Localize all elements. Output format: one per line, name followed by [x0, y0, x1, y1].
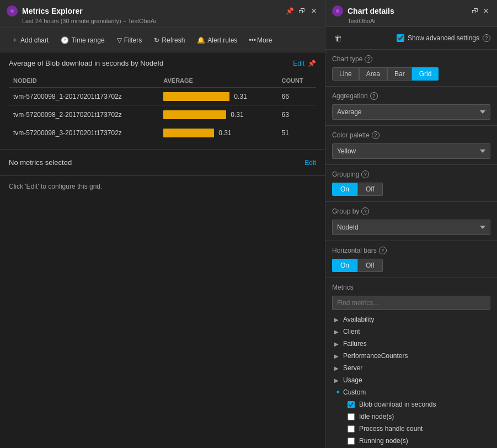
- chart-type-area-button[interactable]: Area: [359, 67, 387, 81]
- horizontal-bars-off-button[interactable]: Off: [357, 259, 383, 272]
- color-palette-select[interactable]: YellowBlueGreenRed: [332, 143, 490, 159]
- col-count[interactable]: COUNT: [277, 74, 316, 88]
- alert-rules-label: Alert rules: [207, 36, 237, 44]
- add-chart-button[interactable]: ＋ Add chart: [7, 33, 54, 47]
- chart-type-buttons: LineAreaBarGrid: [332, 67, 490, 81]
- grouping-on-button[interactable]: On: [332, 183, 357, 196]
- group-by-label: Group by ?: [332, 207, 490, 215]
- add-chart-label: Add chart: [20, 36, 49, 44]
- alert-rules-button[interactable]: 🔔 Alert rules: [192, 34, 242, 47]
- ellipsis-icon: •••: [249, 36, 256, 44]
- metric-label-running-node-s-: Running node(s): [359, 437, 408, 445]
- horizontal-bars-on-button[interactable]: On: [332, 259, 357, 272]
- color-palette-info-icon[interactable]: ?: [372, 131, 380, 139]
- chart-type-grid-button[interactable]: Grid: [412, 67, 439, 81]
- col-average[interactable]: AVERAGE: [159, 74, 277, 88]
- cell-count: 66: [277, 88, 316, 106]
- horizontal-bars-text: Horizontal bars: [332, 247, 377, 254]
- tree-child-idle-node-s-[interactable]: Idle node(s): [345, 410, 490, 423]
- aggregation-select[interactable]: AverageSumMinMaxCount: [332, 104, 490, 120]
- minimize-button[interactable]: 🗗: [297, 7, 306, 15]
- chart1-header: Average of Blob download in seconds by N…: [9, 59, 316, 67]
- chart2-edit-link[interactable]: Edit: [304, 159, 316, 167]
- left-panel: Metrics Explorer 📌 🗗 ✕ Last 24 hours (30…: [0, 0, 325, 448]
- chevron-right-icon: ▶: [334, 341, 341, 347]
- configure-text: Click 'Edit' to configure this grid.: [0, 176, 325, 197]
- close-button[interactable]: ✕: [309, 7, 318, 15]
- cell-count: 51: [277, 124, 316, 142]
- tree-item-usage[interactable]: ▶Usage: [332, 374, 490, 386]
- refresh-button[interactable]: ↻ Refresh: [149, 34, 190, 47]
- right-close-button[interactable]: ✕: [482, 7, 490, 15]
- refresh-label: Refresh: [162, 36, 185, 44]
- left-title: Metrics Explorer: [22, 7, 83, 15]
- table-row: tvm-57200098_2-20170201t173702z 0.31 63: [9, 106, 316, 124]
- cell-average: 0.31: [159, 124, 277, 142]
- metric-checkbox-idle-node-s-[interactable]: [348, 413, 355, 420]
- aggregation-info-icon[interactable]: ?: [370, 92, 378, 100]
- tree-label-performancecounters: PerformanceCounters: [343, 352, 408, 360]
- tree-item-performancecounters[interactable]: ▶PerformanceCounters: [332, 350, 490, 362]
- right-window-controls: 🗗 ✕: [471, 7, 490, 15]
- group-by-select[interactable]: NodeIdRegionNone: [332, 220, 490, 235]
- tree-child-process-handle-count[interactable]: Process handle count: [345, 423, 490, 435]
- chevron-down-icon: ▼: [335, 389, 341, 396]
- advanced-settings-checkbox[interactable]: [397, 34, 404, 42]
- right-restore-button[interactable]: 🗗: [471, 7, 479, 15]
- tree-label-usage: Usage: [343, 376, 362, 384]
- configure-label: Click 'Edit' to configure this grid.: [9, 183, 102, 190]
- cell-count: 63: [277, 106, 316, 124]
- add-icon: ＋: [12, 35, 18, 45]
- left-header: Metrics Explorer 📌 🗗 ✕ Last 24 hours (30…: [0, 0, 325, 28]
- metric-label-process-handle-count: Process handle count: [359, 425, 423, 433]
- right-panel: Chart details 🗗 ✕ TestOboAi 🗑 Show advan…: [325, 0, 497, 448]
- aggregation-section: Aggregation ? AverageSumMinMaxCount: [325, 87, 497, 126]
- right-title: Chart details: [348, 7, 394, 15]
- tree-label-custom: Custom: [343, 388, 366, 396]
- bell-icon: 🔔: [197, 36, 205, 44]
- advanced-settings-label[interactable]: Show advanced settings ?: [397, 34, 490, 42]
- tree-item-failures[interactable]: ▶Failures: [332, 338, 490, 350]
- time-range-button[interactable]: 🕐 Time range: [56, 34, 109, 47]
- refresh-icon: ↻: [154, 36, 159, 44]
- clock-icon: 🕐: [61, 36, 69, 44]
- grouping-info-icon[interactable]: ?: [361, 170, 369, 178]
- svg-point-1: [10, 9, 14, 13]
- pin-chart-icon: 📌: [308, 60, 316, 67]
- more-button[interactable]: ••• More: [244, 34, 276, 46]
- chart-type-line-button[interactable]: Line: [332, 67, 359, 81]
- svg-point-3: [336, 9, 339, 13]
- tree-item-client[interactable]: ▶Client: [332, 326, 490, 338]
- table-row: tvm-57200098_3-20170201t173702z 0.31 51: [9, 124, 316, 142]
- chart-type-bar-button[interactable]: Bar: [387, 67, 412, 81]
- tree-child-running-node-s-[interactable]: Running node(s): [345, 435, 490, 447]
- color-palette-section: Color palette ? YellowBlueGreenRed: [325, 126, 497, 165]
- subtitle: Last 24 hours (30 minute granularity) – …: [22, 18, 318, 24]
- metric-checkbox-process-handle-count[interactable]: [348, 425, 355, 433]
- filters-button[interactable]: ▽ Filters: [112, 34, 147, 47]
- right-title-inner: Chart details: [332, 6, 394, 17]
- chevron-right-icon: ▶: [334, 353, 341, 359]
- metric-checkbox-blob-download-in-seconds[interactable]: [348, 401, 355, 408]
- col-nodeid[interactable]: NODEID: [9, 74, 159, 88]
- chart-type-info-icon[interactable]: ?: [365, 55, 372, 63]
- tree-item-availability[interactable]: ▶Availability: [332, 313, 490, 326]
- grouping-off-button[interactable]: Off: [357, 183, 383, 196]
- tree-item-server[interactable]: ▶Server: [332, 362, 490, 374]
- filters-label: Filters: [124, 36, 142, 44]
- tree-label-failures: Failures: [343, 340, 367, 348]
- tree-child-blob-download-in-seconds[interactable]: Blob download in seconds: [345, 398, 490, 410]
- chart1-section: Average of Blob download in seconds by N…: [0, 52, 325, 150]
- cell-nodeid: tvm-57200098_3-20170201t173702z: [9, 124, 159, 142]
- horizontal-bars-info-icon[interactable]: ?: [379, 247, 387, 254]
- chart1-edit-link[interactable]: Edit: [293, 60, 304, 67]
- color-palette-text: Color palette: [332, 131, 370, 139]
- no-metrics-header: No metrics selected Edit: [9, 158, 316, 167]
- pin-button[interactable]: 📌: [285, 7, 294, 15]
- tree-item-custom[interactable]: ▼Custom: [332, 386, 490, 398]
- advanced-info-icon[interactable]: ?: [483, 34, 490, 42]
- metric-checkbox-running-node-s-[interactable]: [348, 438, 355, 445]
- metrics-search-input[interactable]: [332, 296, 490, 310]
- group-by-info-icon[interactable]: ?: [361, 207, 369, 215]
- delete-button[interactable]: 🗑: [332, 31, 344, 45]
